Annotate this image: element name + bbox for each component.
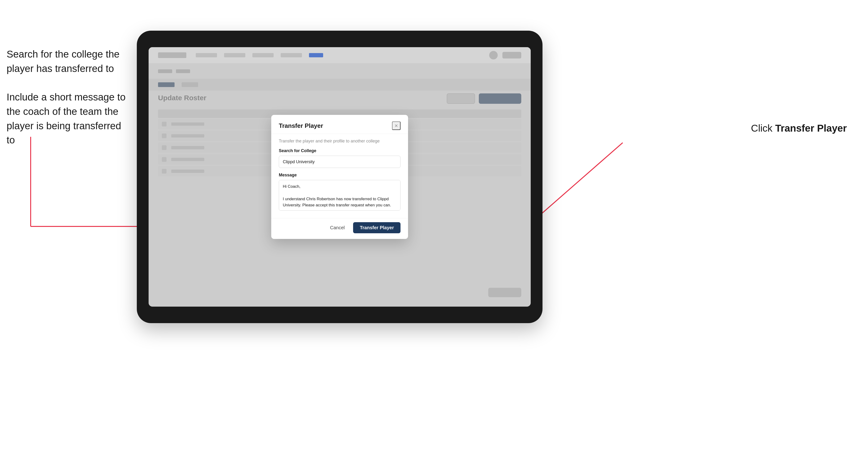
college-label: Search for College bbox=[279, 148, 401, 153]
cancel-button[interactable]: Cancel bbox=[326, 223, 348, 232]
tablet-screen: Update Roster bbox=[149, 47, 531, 307]
annotation-click-text: Click bbox=[751, 123, 775, 134]
annotation-left: Search for the college the player has tr… bbox=[7, 47, 129, 161]
message-textarea[interactable]: Hi Coach, I understand Chris Robertson h… bbox=[279, 180, 401, 211]
annotation-right: Click Transfer Player bbox=[751, 123, 847, 134]
tablet-frame: Update Roster bbox=[137, 31, 542, 323]
modal-subtitle: Transfer the player and their profile to… bbox=[279, 139, 401, 144]
transfer-player-button[interactable]: Transfer Player bbox=[353, 222, 401, 233]
modal-title: Transfer Player bbox=[279, 122, 323, 129]
modal-header: Transfer Player × bbox=[271, 115, 408, 134]
close-icon: × bbox=[395, 122, 398, 129]
annotation-transfer-bold: Transfer Player bbox=[775, 123, 847, 134]
modal-overlay: Transfer Player × Transfer the player an… bbox=[149, 47, 531, 307]
message-label: Message bbox=[279, 173, 401, 178]
annotation-message-text: Include a short message to the coach of … bbox=[7, 90, 129, 148]
modal-body: Transfer the player and their profile to… bbox=[271, 134, 408, 218]
transfer-player-modal: Transfer Player × Transfer the player an… bbox=[271, 115, 408, 239]
modal-footer: Cancel Transfer Player bbox=[271, 218, 408, 239]
modal-close-button[interactable]: × bbox=[392, 121, 401, 130]
annotation-search-text: Search for the college the player has tr… bbox=[7, 47, 129, 76]
college-search-input[interactable] bbox=[279, 156, 401, 168]
